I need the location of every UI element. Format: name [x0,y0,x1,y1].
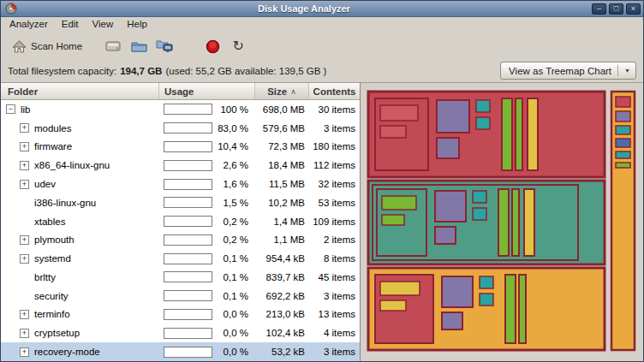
expander-icon[interactable]: + [20,161,29,170]
menu-help[interactable]: Help [120,17,154,33]
column-header-contents[interactable]: Contents [309,83,360,99]
close-button[interactable]: × [626,3,641,15]
scan-folder-button[interactable] [126,35,152,57]
folder-cell: i386-linux-gnu [1,198,159,208]
table-row[interactable]: security 0,1 % 692,2 kB 3 items [1,287,360,306]
contents-cell: 3 items [309,291,360,301]
size-cell: 579,6 MB [255,123,309,134]
usage-bar [164,216,212,227]
stop-button[interactable] [200,35,225,57]
column-header-folder[interactable]: Folder [1,83,159,99]
table-row[interactable]: + x86_64-linux-gnu 2,6 % 18,4 MB 112 ite… [1,156,360,175]
menu-edit[interactable]: Edit [55,17,86,33]
view-as-dropdown-value: View as Treemap Chart [509,66,611,76]
table-row[interactable]: + cryptsetup 0,0 % 102,4 kB 4 items [1,323,360,342]
treemap-rect[interactable] [616,111,630,122]
usage-percent: 0,2 % [212,234,255,245]
treemap-rect[interactable] [435,191,466,222]
column-header-usage[interactable]: Usage [159,83,255,99]
expander-icon[interactable]: + [20,310,29,319]
table-row[interactable]: + modules 83,0 % 579,6 MB 3 items [1,119,360,138]
treemap-rect[interactable] [616,151,630,158]
usage-cell: 2,6 % [159,160,255,171]
treemap-rect[interactable] [519,275,526,343]
treemap-rect[interactable] [437,100,469,133]
table-row[interactable]: i386-linux-gnu 1,5 % 10,2 MB 53 items [1,193,360,212]
expander-icon[interactable]: + [20,254,29,264]
table-header: Folder Usage Size ∧ Contents [1,83,360,100]
treemap-rect[interactable] [476,117,490,129]
treemap-rect[interactable] [616,126,630,134]
treemap-rect[interactable] [502,98,512,170]
table-row[interactable]: brltty 0,1 % 839,7 kB 45 items [1,268,360,287]
expander-icon[interactable]: + [20,142,29,151]
treemap-rect[interactable] [382,215,404,225]
size-cell: 10,2 MB [255,198,309,208]
treemap-rect[interactable] [480,294,493,306]
table-row[interactable]: xtables 0,2 % 1,4 MB 109 items [1,212,360,231]
expander-icon[interactable]: − [6,104,15,114]
contents-cell: 53 items [309,198,360,208]
usage-bar [164,347,212,358]
table-row[interactable]: + systemd 0,1 % 954,4 kB 8 items [1,249,360,268]
folder-cell: + terminfo [1,309,159,319]
folder-name: udev [34,179,56,189]
expander-icon[interactable]: + [20,180,29,189]
treemap-rect[interactable] [380,105,418,121]
scan-filesystem-button[interactable] [100,35,126,57]
usage-bar [164,253,212,264]
treemap-rect[interactable] [380,300,406,311]
table-row[interactable]: + firmware 10,4 % 72,3 MB 180 items [1,138,360,157]
usage-bar [164,309,212,320]
usage-bar [164,234,212,246]
usage-cell: 0,2 % [159,216,255,227]
treemap-rect[interactable] [524,189,534,256]
table-row[interactable]: + plymouth 0,2 % 1,1 MB 2 items [1,230,360,249]
table-row[interactable]: + terminfo 0,0 % 213,0 kB 13 items [1,306,360,324]
treemap-rect[interactable] [442,312,462,329]
column-header-size[interactable]: Size ∧ [255,83,309,99]
expander-icon[interactable]: + [20,347,29,357]
treemap-rect[interactable] [516,98,522,170]
menu-view[interactable]: View [86,17,121,33]
expander-icon[interactable]: + [20,235,29,245]
usage-bar [164,328,212,339]
table-row[interactable]: − lib 100 % 698,0 MB 30 items [1,100,360,119]
view-as-dropdown[interactable]: View as Treemap Chart ▼ [500,62,636,80]
scan-remote-folder-button[interactable] [152,35,177,57]
treemap-rect[interactable] [380,282,420,295]
refresh-button[interactable]: ↻ [225,35,251,57]
treemap-rect[interactable] [382,196,416,210]
folder-name: terminfo [34,309,70,319]
treemap-rect[interactable] [528,98,538,170]
treemap-chart[interactable] [367,90,637,352]
treemap-rect[interactable] [616,163,630,168]
folder-cell: + udev [1,179,159,189]
folder-name: xtables [34,217,65,227]
treemap-rect[interactable] [505,275,516,343]
treemap-rect[interactable] [473,208,486,220]
treemap-rect[interactable] [442,276,473,307]
table-row-selected[interactable]: + recovery-mode 0,0 % 53,2 kB 3 items [1,342,360,361]
treemap-rect[interactable] [498,189,509,256]
menu-analyzer[interactable]: Analyzer [3,17,55,33]
treemap-rect[interactable] [616,97,630,107]
treemap-rect[interactable] [512,189,519,256]
treemap-rect[interactable] [437,138,459,158]
treemap-rect[interactable] [435,227,456,244]
column-header-size-label: Size [267,86,287,97]
table-row[interactable]: + udev 1,6 % 11,5 MB 32 items [1,175,360,193]
usage-percent: 0,0 % [212,328,255,338]
folder-cell: xtables [1,217,159,227]
treemap-rect[interactable] [480,276,493,288]
treemap-rect[interactable] [616,139,630,147]
folder-name: plymouth [34,234,75,245]
scan-home-button[interactable]: Scan Home [6,38,88,56]
treemap-rect[interactable] [380,126,406,138]
treemap-rect[interactable] [473,191,486,203]
expander-icon[interactable]: + [20,123,29,133]
maximize-button[interactable]: □ [609,3,623,15]
expander-icon[interactable]: + [20,329,29,338]
treemap-rect[interactable] [476,100,490,112]
minimize-button[interactable]: – [592,3,606,15]
